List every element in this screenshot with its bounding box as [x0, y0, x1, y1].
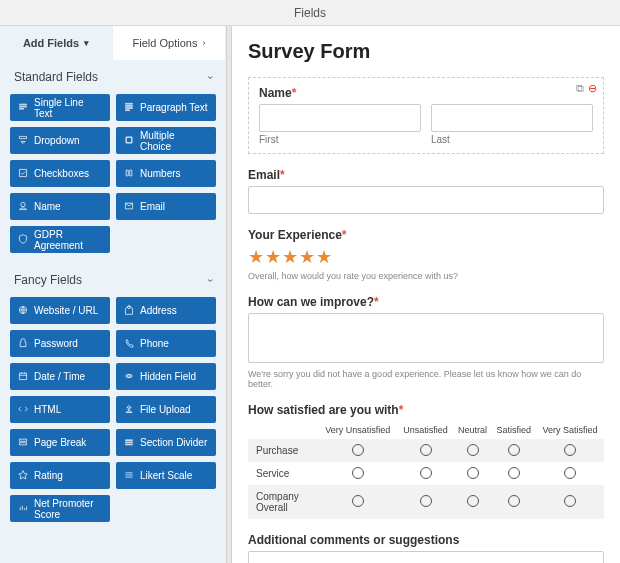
page-header: Fields [0, 0, 620, 26]
fancy-field-button[interactable]: Date / Time [10, 363, 110, 390]
fancy-field-button[interactable]: Likert Scale [116, 462, 216, 489]
field-type-label: Multiple Choice [140, 130, 208, 152]
required-marker: * [374, 295, 379, 309]
likert-radio[interactable] [564, 444, 576, 456]
section-header-standard[interactable]: Standard Fields › [0, 60, 226, 88]
delete-icon[interactable]: ⊖ [588, 82, 597, 95]
field-type-label: Checkboxes [34, 168, 89, 179]
section-title: Fancy Fields [14, 273, 82, 287]
likert-col-header: Very Satisfied [536, 421, 604, 439]
form-canvas: Survey Form ⧉ ⊖ Name* First Last Email* [232, 26, 620, 563]
last-name-input[interactable] [431, 104, 593, 132]
field-type-icon [18, 234, 28, 246]
field-type-icon [124, 102, 134, 114]
field-experience[interactable]: Your Experience* ★★★★★ Overall, how woul… [248, 228, 604, 281]
form-title[interactable]: Survey Form [248, 40, 604, 63]
field-type-icon [124, 437, 134, 449]
likert-col-header: Unsatisfied [398, 421, 454, 439]
field-type-icon [124, 168, 134, 180]
standard-field-button[interactable]: Dropdown [10, 127, 110, 154]
likert-row-label: Company Overall [248, 485, 318, 519]
duplicate-icon[interactable]: ⧉ [576, 82, 584, 95]
fancy-field-button[interactable]: Website / URL [10, 297, 110, 324]
rating-stars[interactable]: ★★★★★ [248, 246, 604, 268]
fancy-field-button[interactable]: Hidden Field [116, 363, 216, 390]
standard-field-button[interactable]: Email [116, 193, 216, 220]
field-type-label: Hidden Field [140, 371, 196, 382]
field-type-label: Single Line Text [34, 97, 102, 119]
field-type-label: Dropdown [34, 135, 80, 146]
fancy-field-button[interactable]: Section Divider [116, 429, 216, 456]
likert-radio[interactable] [467, 444, 479, 456]
field-type-label: Page Break [34, 437, 86, 448]
field-comments[interactable]: Additional comments or suggestions [248, 533, 604, 563]
standard-field-button[interactable]: GDPR Agreement [10, 226, 110, 253]
likert-radio[interactable] [564, 467, 576, 479]
last-sublabel: Last [431, 134, 593, 145]
tab-label: Field Options [133, 37, 198, 49]
likert-radio[interactable] [420, 444, 432, 456]
likert-radio[interactable] [352, 444, 364, 456]
field-name[interactable]: ⧉ ⊖ Name* First Last [248, 77, 604, 154]
likert-radio[interactable] [352, 467, 364, 479]
field-type-icon [18, 470, 28, 482]
field-type-label: Net Promoter Score [34, 498, 102, 520]
field-type-label: Rating [34, 470, 63, 481]
standard-field-button[interactable]: Multiple Choice [116, 127, 216, 154]
standard-field-button[interactable]: Name [10, 193, 110, 220]
standard-field-button[interactable]: Numbers [116, 160, 216, 187]
field-type-label: GDPR Agreement [34, 229, 102, 251]
likert-radio[interactable] [467, 467, 479, 479]
likert-radio[interactable] [420, 467, 432, 479]
field-improve[interactable]: How can we improve?* We're sorry you did… [248, 295, 604, 389]
section-title: Standard Fields [14, 70, 98, 84]
likert-radio[interactable] [467, 495, 479, 507]
fancy-field-button[interactable]: Page Break [10, 429, 110, 456]
fancy-field-button[interactable]: Net Promoter Score [10, 495, 110, 522]
standard-field-button[interactable]: Checkboxes [10, 160, 110, 187]
standard-field-button[interactable]: Single Line Text [10, 94, 110, 121]
first-sublabel: First [259, 134, 421, 145]
field-type-icon [18, 305, 28, 317]
likert-radio[interactable] [508, 467, 520, 479]
tab-field-options[interactable]: Field Options › [113, 26, 226, 60]
likert-radio[interactable] [352, 495, 364, 507]
fancy-field-button[interactable]: Phone [116, 330, 216, 357]
field-type-label: Section Divider [140, 437, 207, 448]
likert-radio[interactable] [508, 495, 520, 507]
first-name-input[interactable] [259, 104, 421, 132]
likert-radio[interactable] [420, 495, 432, 507]
field-type-label: Address [140, 305, 177, 316]
fancy-field-button[interactable]: Rating [10, 462, 110, 489]
likert-radio[interactable] [564, 495, 576, 507]
field-likert[interactable]: How satisfied are you with* Very Unsatis… [248, 403, 604, 519]
field-type-icon [124, 305, 134, 317]
improve-textarea[interactable] [248, 313, 604, 363]
fancy-field-button[interactable]: HTML [10, 396, 110, 423]
field-hint: Overall, how would you rate you experien… [248, 271, 604, 281]
tab-add-fields[interactable]: Add Fields ▾ [0, 26, 113, 60]
comments-textarea[interactable] [248, 551, 604, 563]
standard-field-button[interactable]: Paragraph Text [116, 94, 216, 121]
section-header-fancy[interactable]: Fancy Fields › [0, 263, 226, 291]
field-email[interactable]: Email* [248, 168, 604, 214]
field-type-label: Likert Scale [140, 470, 192, 481]
fancy-field-button[interactable]: Address [116, 297, 216, 324]
fancy-field-button[interactable]: File Upload [116, 396, 216, 423]
required-marker: * [399, 403, 404, 417]
required-marker: * [280, 168, 285, 182]
field-type-icon [18, 371, 28, 383]
field-type-icon [124, 338, 134, 350]
likert-table: Very UnsatisfiedUnsatisfiedNeutralSatisf… [248, 421, 604, 519]
page-title: Fields [294, 6, 326, 20]
email-input[interactable] [248, 186, 604, 214]
field-type-icon [124, 404, 134, 416]
field-type-icon [18, 437, 28, 449]
fancy-field-button[interactable]: Password [10, 330, 110, 357]
field-type-label: Password [34, 338, 78, 349]
likert-radio[interactable] [508, 444, 520, 456]
likert-row: Purchase [248, 439, 604, 462]
field-type-label: Email [140, 201, 165, 212]
field-type-icon [18, 503, 28, 515]
likert-col-header: Very Unsatisfied [318, 421, 398, 439]
